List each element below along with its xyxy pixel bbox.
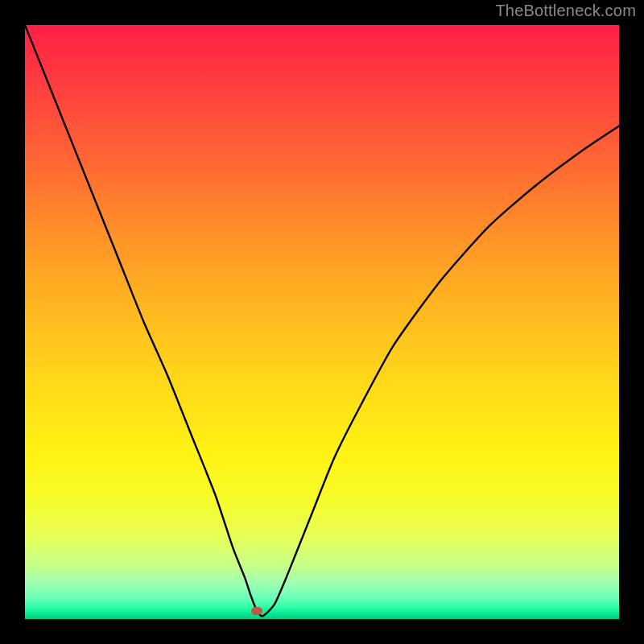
background-gradient [25,25,619,619]
chart-frame: TheBottleneck.com [0,0,644,644]
bottleneck-marker [251,607,262,615]
plot-area [25,25,619,619]
watermark-text: TheBottleneck.com [495,2,636,20]
